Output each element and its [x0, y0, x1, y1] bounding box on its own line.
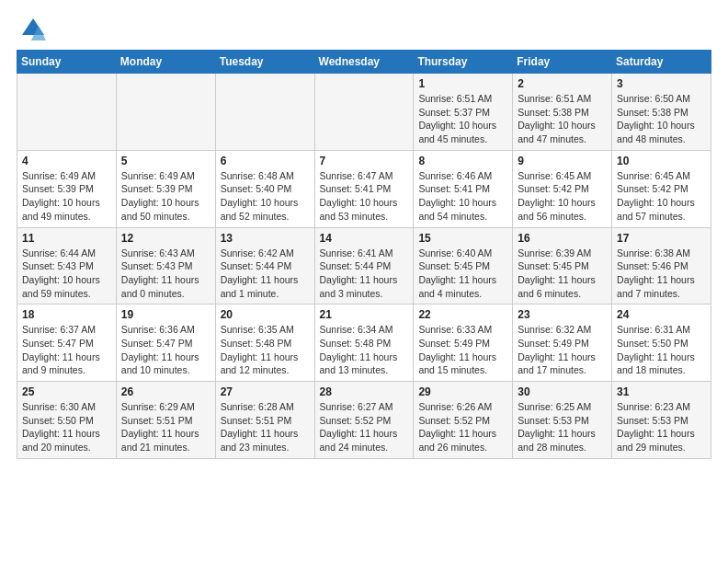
day-info: Sunrise: 6:42 AM Sunset: 5:44 PM Dayligh…	[221, 247, 311, 301]
weekday-header-monday: Monday	[116, 51, 215, 74]
day-info: Sunrise: 6:39 AM Sunset: 5:45 PM Dayligh…	[518, 247, 608, 301]
day-info: Sunrise: 6:38 AM Sunset: 5:46 PM Dayligh…	[617, 247, 707, 301]
day-cell: 14Sunrise: 6:41 AM Sunset: 5:44 PM Dayli…	[314, 227, 414, 304]
day-number: 26	[121, 385, 211, 398]
day-info: Sunrise: 6:45 AM Sunset: 5:42 PM Dayligh…	[518, 169, 608, 224]
day-info: Sunrise: 6:27 AM Sunset: 5:52 PM Dayligh…	[320, 400, 410, 454]
day-number: 12	[121, 232, 211, 245]
day-number: 28	[320, 385, 410, 398]
day-cell: 22Sunrise: 6:33 AM Sunset: 5:49 PM Dayli…	[414, 304, 513, 382]
weekday-header-row: SundayMondayTuesdayWednesdayThursdayFrid…	[17, 51, 711, 74]
day-cell: 30Sunrise: 6:25 AM Sunset: 5:53 PM Dayli…	[513, 382, 612, 459]
day-info: Sunrise: 6:30 AM Sunset: 5:50 PM Dayligh…	[22, 400, 112, 454]
day-cell: 18Sunrise: 6:37 AM Sunset: 5:47 PM Dayli…	[17, 304, 117, 382]
day-cell: 19Sunrise: 6:36 AM Sunset: 5:47 PM Dayli…	[116, 304, 215, 382]
day-number: 1	[418, 77, 508, 90]
day-cell	[215, 74, 314, 151]
logo	[17, 17, 46, 42]
day-number: 11	[22, 232, 112, 245]
day-number: 18	[22, 308, 112, 321]
day-info: Sunrise: 6:44 AM Sunset: 5:43 PM Dayligh…	[22, 247, 112, 301]
day-cell: 27Sunrise: 6:28 AM Sunset: 5:51 PM Dayli…	[215, 382, 314, 459]
weekday-header-thursday: Thursday	[414, 51, 513, 74]
week-row-3: 11Sunrise: 6:44 AM Sunset: 5:43 PM Dayli…	[17, 227, 711, 304]
day-cell: 15Sunrise: 6:40 AM Sunset: 5:45 PM Dayli…	[414, 227, 513, 304]
day-info: Sunrise: 6:50 AM Sunset: 5:38 PM Dayligh…	[617, 92, 707, 146]
week-row-5: 25Sunrise: 6:30 AM Sunset: 5:50 PM Dayli…	[17, 382, 711, 459]
day-info: Sunrise: 6:29 AM Sunset: 5:51 PM Dayligh…	[121, 400, 211, 454]
day-number: 27	[221, 385, 311, 398]
day-number: 20	[221, 308, 311, 321]
day-cell: 9Sunrise: 6:45 AM Sunset: 5:42 PM Daylig…	[513, 150, 612, 227]
day-cell: 7Sunrise: 6:47 AM Sunset: 5:41 PM Daylig…	[314, 150, 414, 227]
page: SundayMondayTuesdayWednesdayThursdayFrid…	[0, 0, 728, 470]
day-number: 10	[617, 155, 707, 167]
day-number: 23	[518, 308, 608, 321]
day-info: Sunrise: 6:51 AM Sunset: 5:37 PM Dayligh…	[418, 92, 508, 146]
day-info: Sunrise: 6:49 AM Sunset: 5:39 PM Dayligh…	[22, 169, 112, 224]
day-number: 29	[418, 385, 508, 398]
logo-icon	[20, 17, 46, 42]
day-number: 22	[418, 308, 508, 321]
day-number: 4	[22, 155, 112, 167]
day-cell: 28Sunrise: 6:27 AM Sunset: 5:52 PM Dayli…	[314, 382, 414, 459]
day-number: 9	[518, 155, 608, 167]
day-cell: 2Sunrise: 6:51 AM Sunset: 5:38 PM Daylig…	[513, 74, 612, 151]
weekday-header-friday: Friday	[513, 51, 612, 74]
day-info: Sunrise: 6:47 AM Sunset: 5:41 PM Dayligh…	[320, 169, 410, 224]
day-cell: 29Sunrise: 6:26 AM Sunset: 5:52 PM Dayli…	[414, 382, 513, 459]
day-number: 3	[617, 77, 707, 90]
day-info: Sunrise: 6:32 AM Sunset: 5:49 PM Dayligh…	[518, 323, 608, 377]
day-info: Sunrise: 6:49 AM Sunset: 5:39 PM Dayligh…	[121, 169, 211, 224]
day-cell: 21Sunrise: 6:34 AM Sunset: 5:48 PM Dayli…	[314, 304, 414, 382]
day-cell: 31Sunrise: 6:23 AM Sunset: 5:53 PM Dayli…	[612, 382, 711, 459]
day-cell: 10Sunrise: 6:45 AM Sunset: 5:42 PM Dayli…	[612, 150, 711, 227]
day-info: Sunrise: 6:33 AM Sunset: 5:49 PM Dayligh…	[418, 323, 508, 377]
day-number: 24	[617, 308, 707, 321]
day-cell: 11Sunrise: 6:44 AM Sunset: 5:43 PM Dayli…	[17, 227, 117, 304]
day-info: Sunrise: 6:45 AM Sunset: 5:42 PM Dayligh…	[617, 169, 707, 224]
week-row-4: 18Sunrise: 6:37 AM Sunset: 5:47 PM Dayli…	[17, 304, 711, 382]
day-number: 5	[121, 155, 211, 167]
day-cell: 8Sunrise: 6:46 AM Sunset: 5:41 PM Daylig…	[414, 150, 513, 227]
day-info: Sunrise: 6:51 AM Sunset: 5:38 PM Dayligh…	[518, 92, 608, 146]
day-info: Sunrise: 6:34 AM Sunset: 5:48 PM Dayligh…	[320, 323, 410, 377]
day-cell: 25Sunrise: 6:30 AM Sunset: 5:50 PM Dayli…	[17, 382, 117, 459]
day-number: 6	[221, 155, 311, 167]
day-cell: 17Sunrise: 6:38 AM Sunset: 5:46 PM Dayli…	[612, 227, 711, 304]
day-info: Sunrise: 6:31 AM Sunset: 5:50 PM Dayligh…	[617, 323, 707, 377]
day-cell: 1Sunrise: 6:51 AM Sunset: 5:37 PM Daylig…	[414, 74, 513, 151]
day-cell: 12Sunrise: 6:43 AM Sunset: 5:43 PM Dayli…	[116, 227, 215, 304]
day-number: 2	[518, 77, 608, 90]
day-number: 13	[221, 232, 311, 245]
day-cell: 13Sunrise: 6:42 AM Sunset: 5:44 PM Dayli…	[215, 227, 314, 304]
day-info: Sunrise: 6:36 AM Sunset: 5:47 PM Dayligh…	[121, 323, 211, 377]
day-number: 25	[22, 385, 112, 398]
day-info: Sunrise: 6:43 AM Sunset: 5:43 PM Dayligh…	[121, 247, 211, 301]
day-cell: 26Sunrise: 6:29 AM Sunset: 5:51 PM Dayli…	[116, 382, 215, 459]
day-cell	[314, 74, 414, 151]
day-cell	[116, 74, 215, 151]
day-info: Sunrise: 6:25 AM Sunset: 5:53 PM Dayligh…	[518, 400, 608, 454]
weekday-header-wednesday: Wednesday	[314, 51, 414, 74]
day-cell: 20Sunrise: 6:35 AM Sunset: 5:48 PM Dayli…	[215, 304, 314, 382]
day-info: Sunrise: 6:48 AM Sunset: 5:40 PM Dayligh…	[221, 169, 311, 224]
day-cell: 3Sunrise: 6:50 AM Sunset: 5:38 PM Daylig…	[612, 74, 711, 151]
weekday-header-sunday: Sunday	[17, 51, 117, 74]
day-info: Sunrise: 6:46 AM Sunset: 5:41 PM Dayligh…	[418, 169, 508, 224]
day-info: Sunrise: 6:40 AM Sunset: 5:45 PM Dayligh…	[418, 247, 508, 301]
day-number: 31	[617, 385, 707, 398]
day-cell: 23Sunrise: 6:32 AM Sunset: 5:49 PM Dayli…	[513, 304, 612, 382]
day-number: 16	[518, 232, 608, 245]
day-info: Sunrise: 6:28 AM Sunset: 5:51 PM Dayligh…	[221, 400, 311, 454]
day-number: 8	[418, 155, 508, 167]
calendar-table: SundayMondayTuesdayWednesdayThursdayFrid…	[17, 50, 711, 459]
day-number: 14	[320, 232, 410, 245]
week-row-1: 1Sunrise: 6:51 AM Sunset: 5:37 PM Daylig…	[17, 74, 711, 151]
day-number: 7	[320, 155, 410, 167]
day-info: Sunrise: 6:37 AM Sunset: 5:47 PM Dayligh…	[22, 323, 112, 377]
day-cell	[17, 74, 117, 151]
day-number: 21	[320, 308, 410, 321]
day-cell: 4Sunrise: 6:49 AM Sunset: 5:39 PM Daylig…	[17, 150, 117, 227]
day-cell: 16Sunrise: 6:39 AM Sunset: 5:45 PM Dayli…	[513, 227, 612, 304]
